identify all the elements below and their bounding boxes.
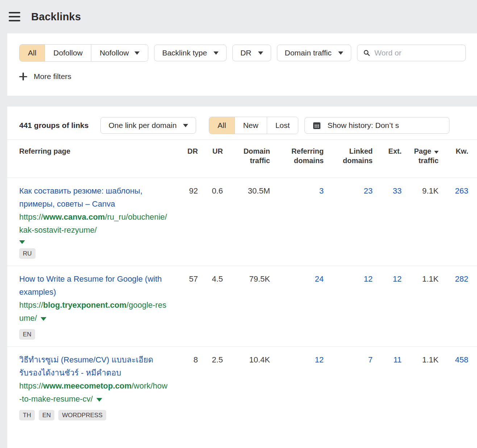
column-header-domain-traffic[interactable]: Domain traffic xyxy=(223,146,270,165)
search-input[interactable] xyxy=(374,49,460,57)
linked-domains-link[interactable]: 7 xyxy=(324,353,373,366)
ur-value: 0.6 xyxy=(198,184,223,198)
column-header-kw[interactable]: Kw. xyxy=(439,146,468,165)
search-icon xyxy=(363,49,370,57)
column-header-dr[interactable]: DR xyxy=(169,146,198,165)
domain-traffic-dropdown[interactable]: Domain traffic xyxy=(277,45,351,61)
domain-traffic-label: Domain traffic xyxy=(285,49,332,57)
grouping-dropdown[interactable]: One link per domain xyxy=(100,117,196,134)
referring-page-cell: วิธีทำเรซูเม่ (Resume/CV) แบบละเอียด รับ… xyxy=(19,353,169,420)
language-badge: EN xyxy=(19,329,35,340)
scope-filter-group: All New Lost xyxy=(209,117,298,134)
chevron-down-icon xyxy=(258,51,263,55)
filters-row: All Dofollow Nofollow Backlink type DR D… xyxy=(19,44,477,62)
filter-all-button[interactable]: All xyxy=(20,45,45,61)
page-traffic-header-line1: Page xyxy=(414,147,431,155)
scope-lost-button[interactable]: Lost xyxy=(267,117,298,134)
linked-domains-link[interactable]: 12 xyxy=(324,273,373,286)
linked-domains-link[interactable]: 23 xyxy=(324,184,373,198)
dr-filter-label: DR xyxy=(240,49,251,57)
referring-page-url-link[interactable]: https://blog.tryexponent.com/google-resu… xyxy=(19,299,169,325)
expand-url-icon[interactable] xyxy=(41,317,46,321)
chevron-down-icon xyxy=(213,51,219,55)
grouping-label: One link per domain xyxy=(108,121,177,130)
ur-value: 4.5 xyxy=(198,273,223,286)
backlinks-table-panel: 441 groups of links One link per domain … xyxy=(7,107,477,448)
chevron-down-icon xyxy=(183,124,188,127)
referring-domains-link[interactable]: 3 xyxy=(270,184,324,198)
dr-value: 92 xyxy=(169,184,198,198)
search-box xyxy=(357,45,466,61)
referring-page-url-link[interactable]: https://www.meecometop.com/work/how-to-m… xyxy=(19,379,169,406)
domain-traffic-value: 10.4K xyxy=(223,353,270,366)
kw-link[interactable]: 282 xyxy=(439,273,468,286)
result-count: 441 groups of links xyxy=(19,121,88,130)
table-header-row: Referring page DR UR Domain traffic Refe… xyxy=(7,140,477,178)
expand-url-icon[interactable] xyxy=(19,240,25,244)
table-row: How to Write a Resume for Google (with e… xyxy=(7,266,477,347)
language-badge: EN xyxy=(39,410,55,420)
show-history-label: Show history: Don’t s xyxy=(327,121,399,130)
referring-page-cell: How to Write a Resume for Google (with e… xyxy=(19,273,169,340)
backlink-type-dropdown[interactable]: Backlink type xyxy=(154,45,227,61)
referring-domains-link[interactable]: 24 xyxy=(270,273,324,286)
app-header: Backlinks xyxy=(0,0,477,33)
page-traffic-value: 1.1K xyxy=(402,273,439,286)
referring-page-cell: Как составить резюме: шаблоны, примеры, … xyxy=(19,184,169,259)
url-domain: www.canva.com xyxy=(43,212,105,221)
badge-list: EN xyxy=(19,329,169,340)
dr-value: 57 xyxy=(169,273,198,286)
column-header-ext[interactable]: Ext. xyxy=(373,146,402,165)
ext-link[interactable]: 11 xyxy=(373,353,402,366)
referring-page-title-link[interactable]: Как составить резюме: шаблоны, примеры, … xyxy=(19,184,169,211)
ext-link[interactable]: 12 xyxy=(373,273,402,286)
scope-new-button[interactable]: New xyxy=(235,117,267,134)
badge-list: TH EN WORDPRESS xyxy=(19,410,169,420)
language-badge: TH xyxy=(19,410,35,420)
follow-filter-group: All Dofollow Nofollow xyxy=(19,44,148,62)
badge-list: RU xyxy=(19,248,169,259)
page-title: Backlinks xyxy=(31,11,81,23)
referring-page-title-link[interactable]: How to Write a Resume for Google (with e… xyxy=(19,273,169,299)
hamburger-menu-icon[interactable] xyxy=(9,12,20,21)
url-domain: blog.tryexponent.com xyxy=(43,300,126,310)
kw-link[interactable]: 263 xyxy=(439,184,468,198)
page-traffic-value: 9.1K xyxy=(402,184,439,198)
table-row: วิธีทำเรซูเม่ (Resume/CV) แบบละเอียด รับ… xyxy=(7,347,477,427)
filter-nofollow-dropdown[interactable]: Nofollow xyxy=(91,45,148,61)
url-domain: www.meecometop.com xyxy=(43,381,132,390)
table-row: Как составить резюме: шаблоны, примеры, … xyxy=(7,178,477,266)
scope-all-button[interactable]: All xyxy=(209,117,234,134)
language-badge: RU xyxy=(19,248,36,259)
url-scheme: https:// xyxy=(19,212,43,221)
column-header-page-traffic[interactable]: Page traffic xyxy=(402,146,439,165)
sort-desc-icon xyxy=(434,151,439,154)
domain-traffic-value: 30.5M xyxy=(223,184,270,198)
column-header-referring-page[interactable]: Referring page xyxy=(19,146,169,165)
url-scheme: https:// xyxy=(19,300,43,310)
expand-url-icon[interactable] xyxy=(96,398,102,402)
filter-dofollow-button[interactable]: Dofollow xyxy=(45,45,91,61)
ext-link[interactable]: 33 xyxy=(373,184,402,198)
calendar-icon xyxy=(312,121,321,130)
platform-badge: WORDPRESS xyxy=(58,410,106,420)
page-traffic-value: 1.1K xyxy=(402,353,439,366)
show-history-button[interactable]: Show history: Don’t s xyxy=(304,117,449,134)
dr-filter-dropdown[interactable]: DR xyxy=(232,45,271,61)
more-filters-button[interactable]: More filters xyxy=(19,72,477,81)
referring-page-title-link[interactable]: วิธีทำเรซูเม่ (Resume/CV) แบบละเอียด รับ… xyxy=(19,353,169,379)
page-traffic-header-line2: traffic xyxy=(418,157,439,165)
column-header-linked-domains[interactable]: Linked domains xyxy=(324,146,373,165)
ur-value: 2.5 xyxy=(198,353,223,366)
chevron-down-icon xyxy=(134,51,140,55)
referring-domains-link[interactable]: 12 xyxy=(270,353,324,366)
chevron-down-icon xyxy=(338,51,343,55)
kw-link[interactable]: 458 xyxy=(439,353,468,366)
dr-value: 8 xyxy=(169,353,198,366)
column-header-ur[interactable]: UR xyxy=(198,146,223,165)
backlink-type-label: Backlink type xyxy=(162,49,207,57)
filters-panel: All Dofollow Nofollow Backlink type DR D… xyxy=(7,33,477,96)
column-header-referring-domains[interactable]: Referring domains xyxy=(270,146,324,165)
table-toolbar: 441 groups of links One link per domain … xyxy=(7,107,477,134)
referring-page-url-link[interactable]: https://www.canva.com/ru_ru/obuchenie/ka… xyxy=(19,211,169,237)
